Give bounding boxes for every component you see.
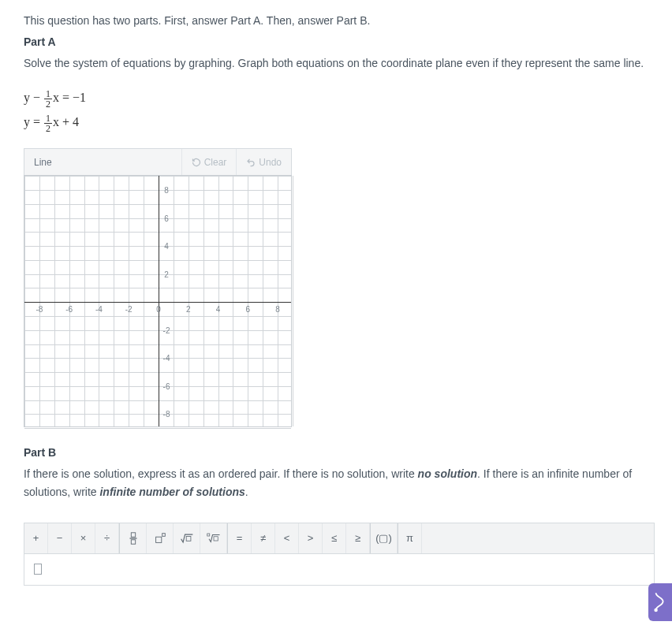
refresh-icon — [192, 158, 201, 167]
coordinate-plane[interactable]: -8-6-4-202468-8-6-4-22468 — [24, 175, 292, 427]
x-tick-label: -4 — [95, 305, 103, 314]
part-b-prompt: If there is one solution, express it as … — [24, 465, 648, 501]
svg-rect-5 — [186, 536, 191, 541]
y-tick-label: -6 — [163, 381, 170, 390]
part-b-section: Part B If there is one solution, express… — [24, 446, 648, 501]
x-tick-label: 0 — [156, 305, 161, 314]
x-tick-label: -6 — [65, 305, 73, 314]
y-tick-label: 2 — [164, 270, 169, 278]
clear-button[interactable]: Clear — [181, 149, 237, 175]
svg-rect-6 — [207, 534, 209, 536]
svg-rect-7 — [214, 537, 218, 541]
undo-icon — [246, 158, 256, 167]
op-eq[interactable]: = — [228, 523, 252, 553]
scratchpad-icon — [653, 591, 667, 598]
svg-rect-3 — [155, 537, 161, 542]
undo-button[interactable]: Undo — [236, 149, 291, 175]
op-minus[interactable]: − — [48, 523, 72, 553]
x-tick-label: 6 — [246, 305, 251, 314]
equation-2: y = 12x + 4 — [24, 110, 648, 134]
intro-text: This question has two parts. First, answ… — [24, 13, 648, 29]
input-placeholder-box — [34, 564, 42, 575]
op-divide[interactable]: ÷ — [95, 523, 119, 553]
scratchpad-toggle[interactable] — [648, 583, 672, 598]
graph-tool-select[interactable]: Line — [24, 157, 181, 168]
op-nroot[interactable] — [200, 523, 227, 553]
op-fraction[interactable] — [120, 523, 147, 553]
y-tick-label: -8 — [163, 410, 170, 419]
op-parens[interactable]: (▢) — [371, 523, 398, 553]
op-times[interactable]: × — [72, 523, 95, 553]
part-a-prompt: Solve the system of equations by graphin… — [24, 54, 648, 72]
y-tick-label: 4 — [164, 242, 169, 251]
y-tick-label: -2 — [163, 326, 170, 334]
svg-rect-0 — [131, 533, 135, 537]
nroot-icon — [207, 531, 221, 545]
part-a-label: Part A — [24, 35, 648, 48]
x-tick-label: 8 — [275, 305, 280, 314]
x-tick-label: 2 — [186, 305, 191, 314]
op-lt[interactable]: < — [275, 523, 299, 553]
part-b-label: Part B — [24, 446, 648, 459]
graph-widget: Line Clear Undo -8-6-4-202468-8-6-4-2246… — [24, 148, 292, 427]
y-tick-label: -4 — [163, 354, 170, 363]
y-tick-label: 8 — [164, 185, 169, 194]
exponent-icon — [153, 531, 167, 545]
fraction-icon — [126, 531, 140, 545]
op-plus[interactable]: + — [24, 523, 48, 553]
op-gt[interactable]: > — [299, 523, 323, 553]
op-ge[interactable]: ≥ — [346, 523, 370, 553]
math-toolbar: + − × ÷ = ≠ < > ≤ ≥ (▢) π — [24, 523, 655, 554]
equation-block: y − 12x = −1 y = 12x + 4 — [24, 86, 648, 134]
op-pi[interactable]: π — [398, 523, 422, 553]
x-tick-label: -8 — [35, 305, 43, 314]
op-sqrt[interactable] — [174, 523, 200, 553]
y-tick-label: 6 — [164, 214, 169, 222]
svg-rect-2 — [131, 540, 135, 544]
math-input[interactable] — [24, 554, 655, 586]
sqrt-icon — [180, 531, 194, 545]
op-neq[interactable]: ≠ — [252, 523, 275, 553]
op-exponent[interactable] — [147, 523, 174, 553]
x-tick-label: 4 — [216, 305, 221, 314]
x-tick-label: -2 — [125, 305, 133, 314]
svg-rect-4 — [162, 534, 165, 537]
op-le[interactable]: ≤ — [323, 523, 346, 553]
equation-1: y − 12x = −1 — [24, 86, 648, 110]
graph-toolbar: Line Clear Undo — [24, 148, 292, 175]
